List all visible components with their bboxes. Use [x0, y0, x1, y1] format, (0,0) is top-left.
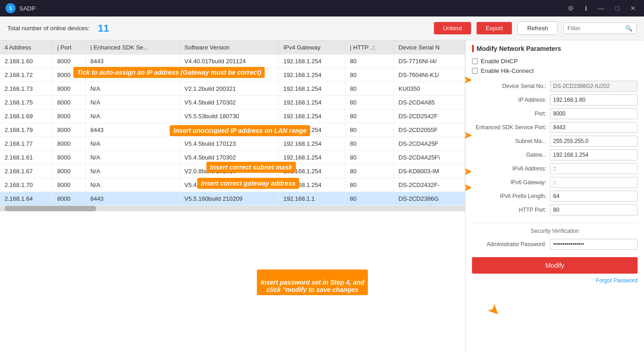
col-http: | HTTP .::: [345, 40, 394, 55]
main-container: Total number of online devices: 11 Unbin…: [0, 16, 644, 352]
horizontal-scrollbar[interactable]: [0, 206, 465, 211]
table-cell: N/A: [85, 82, 179, 96]
table-cell: 2.168.1.79: [0, 123, 52, 137]
table-cell: 2.168.1.61: [0, 151, 52, 165]
subnet-label: Subnet Ma...: [472, 138, 550, 144]
table-cell: N/A: [85, 137, 179, 151]
table-row[interactable]: 2.168.1.708000N/AV5.4.5build 170123192.1…: [0, 178, 465, 192]
admin-password-input[interactable]: [550, 239, 638, 250]
enable-dhcp-row: Enable DHCP: [472, 58, 638, 65]
title-accent-bar: [472, 45, 474, 52]
table-cell: DS-2CD2542F: [394, 110, 465, 123]
table-cell: V4.40.017build 201124: [180, 55, 279, 68]
refresh-button[interactable]: Refresh: [517, 22, 558, 35]
search-icon: 🔍: [625, 25, 633, 32]
table-cell: DS-KD8003-IM: [394, 165, 465, 178]
table-cell: 80: [345, 151, 394, 165]
table-row[interactable]: 2.168.1.618000N/AV5.4.5build 170302192.1…: [0, 151, 465, 165]
table-cell: N/A: [85, 178, 179, 192]
admin-password-row: Administrator Password:: [472, 239, 638, 250]
table-row[interactable]: 2.168.1.758000N/AV5.4.5build 170302192.1…: [0, 96, 465, 110]
table-cell: N/A: [85, 68, 179, 82]
ipv6-prefix-input[interactable]: [550, 191, 638, 202]
device-serial-input[interactable]: [550, 81, 638, 92]
table-cell: 192.168.1.1: [278, 192, 345, 206]
port-input[interactable]: [550, 108, 638, 119]
table-cell: 8000: [52, 123, 85, 137]
ipv6-address-input[interactable]: [550, 163, 638, 174]
ipv6-gateway-row: IPv6 Gateway:: [472, 177, 638, 188]
settings-icon[interactable]: ⚙: [565, 4, 577, 13]
minimize-button[interactable]: —: [595, 4, 607, 13]
ip-row: IP Address:: [472, 94, 638, 105]
table-cell: V5.4.5build 170123: [180, 178, 279, 192]
table-cell: 192.168.1.254: [278, 110, 345, 123]
table-cell: DS-2CD4A25F\: [394, 151, 465, 165]
right-panel: Modify Network Parameters Enable DHCP En…: [465, 40, 644, 352]
subnet-input[interactable]: [550, 136, 638, 147]
table-cell: V5.4.5build 170123: [180, 137, 279, 151]
table-cell: 8443: [85, 55, 179, 68]
filter-input[interactable]: [567, 25, 622, 32]
col-serial: Device Serial N: [394, 40, 465, 55]
close-button[interactable]: ✕: [627, 4, 638, 13]
ipv6-gateway-input[interactable]: [550, 177, 638, 188]
table-cell: 2.168.1.77: [0, 137, 52, 151]
table-cell: DS-2CD2055F: [394, 123, 465, 137]
enable-dhcp-checkbox[interactable]: [472, 58, 478, 64]
table-cell: DS-7716NI-I4/: [394, 55, 465, 68]
table-row[interactable]: 2.168.1.728000N/AV3.4.103build 181226192…: [0, 68, 465, 82]
panel-title-text: Modify Network Parameters: [477, 45, 561, 52]
table-cell: V5.4.5build 170302: [180, 96, 279, 110]
filter-box: 🔍: [563, 22, 637, 34]
table-cell: 80: [345, 178, 394, 192]
gateway-input[interactable]: [550, 149, 638, 160]
enable-hik-label: Enable Hik-Connect: [481, 67, 534, 74]
http-port-row: HTTP Port:: [472, 204, 638, 215]
unbind-button[interactable]: Unbind: [434, 22, 471, 34]
scrollbar-thumb[interactable]: [5, 206, 96, 211]
table-cell: 80: [345, 192, 394, 206]
table-row[interactable]: 2.168.1.678000N/AV2.0.8build 191029192.1…: [0, 165, 465, 178]
table-cell: 8000: [52, 82, 85, 96]
modify-button[interactable]: Modify: [472, 257, 638, 274]
table-cell: V5.6.5build 200316: [180, 123, 279, 137]
ipv6-address-row: IPv6 Address:: [472, 163, 638, 174]
enable-hik-checkbox[interactable]: [472, 68, 478, 74]
sdk-port-input[interactable]: [550, 122, 638, 133]
device-serial-row: Device Serial No.:: [472, 81, 638, 92]
http-port-input[interactable]: [550, 204, 638, 215]
table-row[interactable]: 2.168.1.778000N/AV5.4.5build 170123192.1…: [0, 137, 465, 151]
port-label: Port:: [472, 110, 550, 117]
gateway-row: Gatew...: [472, 149, 638, 160]
table-cell: 192.168.1.254: [278, 123, 345, 137]
table-section: 4 Address | Port | Enhanced SDK Se... So…: [0, 40, 465, 352]
info-icon[interactable]: ℹ: [582, 4, 590, 13]
table-row[interactable]: 2.168.1.7980008443V5.6.5build 200316192.…: [0, 123, 465, 137]
table-row[interactable]: 2.168.1.6480008443V5.5.160build 21020919…: [0, 192, 465, 206]
subnet-row: Subnet Ma...: [472, 136, 638, 147]
table-cell: 8000: [52, 137, 85, 151]
ipv6-prefix-label: IPv6 Prefix Length:: [472, 193, 550, 199]
table-cell: 8000: [52, 110, 85, 123]
table-cell: 80: [345, 137, 394, 151]
forgot-password-link[interactable]: Forgot Password: [472, 277, 638, 284]
table-row[interactable]: 2.168.1.738000N/AV2.1.2build 200321192.1…: [0, 82, 465, 96]
table-cell: 2.168.1.64: [0, 192, 52, 206]
table-row[interactable]: 2.168.1.698000N/AV5.5.53build 180730192.…: [0, 110, 465, 123]
table-cell: 2.168.1.75: [0, 96, 52, 110]
table-cell: V2.0.8build 191029: [180, 165, 279, 178]
enable-hik-row: Enable Hik-Connect: [472, 67, 638, 74]
port-row: Port:: [472, 108, 638, 119]
table-cell: DS-2CD4A85: [394, 96, 465, 110]
restore-button[interactable]: □: [613, 4, 622, 13]
table-cell: 192.168.1.254: [278, 137, 345, 151]
table-cell: 8000: [52, 96, 85, 110]
table-cell: 8000: [52, 68, 85, 82]
ip-input[interactable]: [550, 94, 638, 105]
http-port-label: HTTP Port:: [472, 207, 550, 213]
export-button[interactable]: Export: [477, 22, 512, 34]
table-row[interactable]: 2.168.1.6080008443V4.40.017build 2011241…: [0, 55, 465, 68]
table-cell: N/A: [85, 96, 179, 110]
table-cell: 8443: [85, 192, 179, 206]
